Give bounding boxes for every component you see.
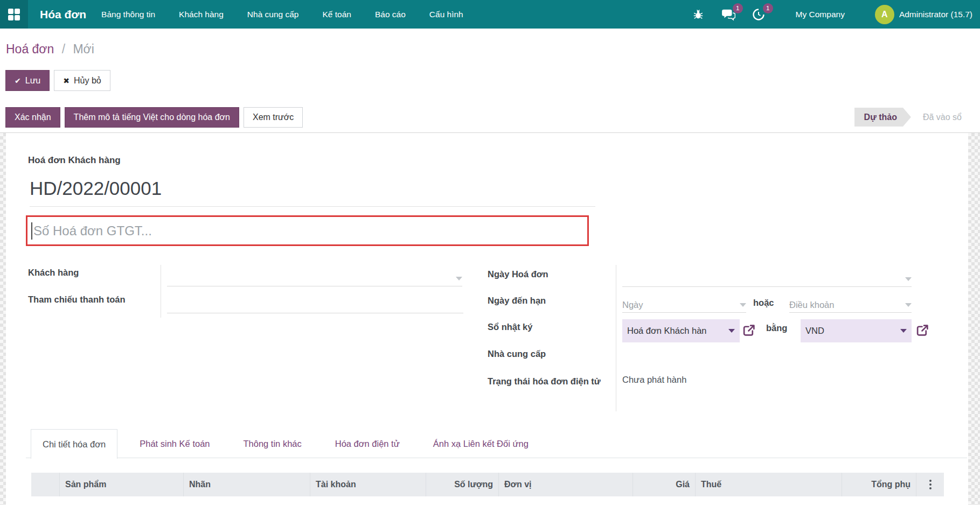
due-date-label: Ngày đến hạn	[488, 296, 546, 306]
payment-reference-field[interactable]	[167, 298, 463, 313]
menu-item-dashboard[interactable]: Bảng thông tin	[101, 10, 155, 19]
vat-invoice-number-placeholder: Số Hoá đơn GTGT...	[33, 223, 152, 239]
invoice-date-field[interactable]	[622, 272, 912, 287]
state-step-draft[interactable]: Dự thảo	[854, 108, 911, 127]
customer-label: Khách hàng	[28, 268, 79, 278]
payment-reference-label: Tham chiếu thanh toán	[28, 294, 126, 305]
chevron-down-icon	[740, 303, 746, 307]
currency-external-link-button[interactable]	[916, 324, 929, 337]
main-menu: Bảng thông tin Khách hàng Nhà cung cấp K…	[101, 10, 463, 19]
apps-menu-button[interactable]	[0, 0, 28, 29]
chevron-down-icon	[905, 303, 912, 307]
einvoice-status-value: Chưa phát hành	[622, 375, 686, 385]
user-name: Administrator (15.7)	[899, 10, 972, 19]
activities-button[interactable]: 1	[750, 6, 767, 23]
menu-item-customers[interactable]: Khách hàng	[179, 10, 224, 19]
menu-item-configuration[interactable]: Cấu hình	[429, 10, 463, 19]
messages-badge: 1	[733, 3, 743, 13]
external-link-icon	[742, 324, 756, 337]
menu-item-vendors[interactable]: Nhà cung cấp	[247, 10, 299, 19]
chevron-down-icon	[728, 329, 735, 333]
discard-button[interactable]: ✖ Hủy bỏ	[54, 70, 110, 91]
tab-other-info[interactable]: Thông tin khác	[232, 429, 313, 458]
save-button[interactable]: ✔ Lưu	[5, 70, 50, 91]
customer-field[interactable]	[167, 271, 462, 286]
breadcrumb: Hoá đơn / Mới	[6, 42, 94, 57]
breadcrumb-separator: /	[62, 42, 65, 56]
col-account[interactable]: Tài khoản	[310, 473, 426, 496]
messages-button[interactable]: 1	[720, 6, 736, 23]
col-label[interactable]: Nhãn	[183, 473, 310, 496]
form-statusbar: Xác nhận Thêm mô tả tiếng Việt cho dòng …	[0, 102, 980, 133]
col-uom[interactable]: Đơn vị	[498, 473, 633, 496]
currency-value: VND	[805, 326, 824, 336]
top-navbar: Hóa đơn Bảng thông tin Khách hàng Nhà cu…	[0, 0, 980, 29]
save-button-label: Lưu	[25, 76, 41, 86]
confirm-button[interactable]: Xác nhận	[5, 107, 60, 128]
col-subtotal[interactable]: Tổng phụ	[842, 473, 916, 496]
col-quantity[interactable]: Số lượng	[426, 473, 498, 496]
apps-grid-icon	[8, 9, 20, 20]
invoice-lines-header-row: Sản phẩm Nhãn Tài khoản Số lượng Đơn vị …	[31, 473, 944, 496]
breadcrumb-current: Mới	[73, 42, 94, 56]
tab-invoice-lines[interactable]: Chi tiết hóa đơn	[31, 429, 117, 459]
debug-button[interactable]	[690, 6, 706, 23]
check-icon: ✔	[15, 76, 21, 85]
bug-icon	[692, 9, 704, 20]
x-icon: ✖	[63, 76, 69, 85]
text-cursor	[31, 222, 32, 240]
document-name-underline	[30, 206, 595, 207]
left-group-divider	[161, 265, 161, 318]
content-gutter-left	[0, 133, 6, 505]
einvoice-status-label: Trạng thái hóa đơn điện tử	[488, 374, 601, 389]
content-gutter-right	[968, 133, 980, 505]
app-name[interactable]: Hóa đơn	[40, 8, 86, 21]
invoice-date-label: Ngày Hoá đơn	[488, 269, 548, 279]
chevron-down-icon	[456, 277, 462, 280]
user-menu[interactable]: A Administrator (15.7)	[875, 5, 972, 24]
kebab-icon	[929, 480, 932, 482]
preview-button[interactable]: Xem trước	[244, 107, 303, 128]
right-group-divider	[616, 265, 616, 411]
payment-terms-placeholder: Điều khoản	[789, 300, 834, 310]
add-vietnamese-description-button[interactable]: Thêm mô tả tiếng Việt cho dòng hóa đơn	[65, 107, 239, 128]
due-date-placeholder: Ngày	[622, 300, 643, 310]
col-taxes[interactable]: Thuế	[695, 473, 842, 496]
optional-columns-button[interactable]	[916, 473, 944, 496]
activities-badge: 1	[763, 3, 773, 13]
notebook-tabs: Chi tiết hóa đơn Phát sinh Kế toán Thông…	[31, 429, 540, 458]
avatar: A	[875, 5, 894, 24]
chevron-down-icon	[905, 277, 912, 281]
document-name[interactable]: HD/2022/00001	[30, 178, 162, 199]
journal-value: Hoá đơn Khách hàn	[627, 326, 707, 336]
chevron-down-icon	[900, 329, 907, 333]
currency-select[interactable]: VND	[801, 319, 912, 342]
or-text: hoặc	[753, 298, 774, 308]
col-product[interactable]: Sản phẩm	[59, 473, 183, 496]
menu-item-reports[interactable]: Báo cáo	[375, 10, 406, 19]
tab-einvoice[interactable]: Hóa đơn điện tử	[324, 429, 411, 458]
in-currency-text: bằng	[766, 323, 787, 333]
journal-external-link-button[interactable]	[742, 324, 756, 337]
vat-invoice-number-input[interactable]: Số Hoá đơn GTGT...	[26, 215, 589, 246]
col-price[interactable]: Giá	[633, 473, 695, 496]
payment-terms-field[interactable]: Điều khoản	[789, 298, 912, 313]
document-type-label: Hoá đơn Khách hàng	[28, 155, 121, 166]
company-switcher[interactable]: My Company	[796, 10, 845, 19]
journal-select[interactable]: Hoá đơn Khách hàn	[622, 319, 740, 342]
discard-button-label: Hủy bỏ	[74, 76, 101, 86]
state-step-posted[interactable]: Đã vào sổ	[911, 108, 967, 127]
tab-journal-items[interactable]: Phát sinh Kế toán	[128, 429, 221, 458]
menu-item-accounting[interactable]: Kế toán	[322, 10, 351, 19]
breadcrumb-parent-link[interactable]: Hoá đơn	[6, 42, 54, 56]
due-date-field[interactable]: Ngày	[622, 298, 746, 313]
col-drag-handle	[31, 473, 59, 496]
journal-label: Sổ nhật ký	[488, 322, 532, 332]
tab-counterpart-mapping[interactable]: Ánh xạ Liên kết Đối ứng	[422, 429, 540, 458]
external-link-icon	[916, 324, 929, 337]
vendor-label: Nhà cung cấp	[488, 349, 546, 359]
